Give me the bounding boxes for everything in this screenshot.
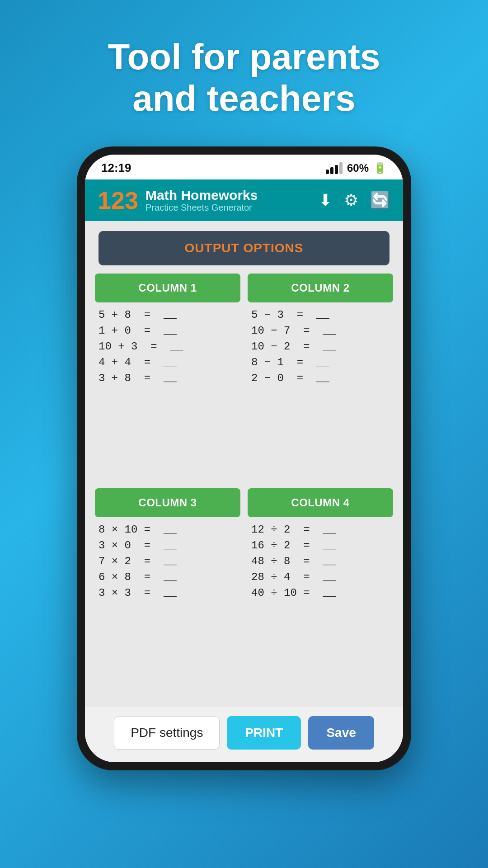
- equation-text: 7 × 2 = __: [99, 555, 177, 567]
- equation-row: 5 − 3 = __: [251, 309, 389, 321]
- column-equations-col3: 8 × 10 = __3 × 0 = __7 × 2 = __6 × 8 = _…: [95, 524, 240, 599]
- equation-row: 12 ÷ 2 = __: [251, 524, 389, 536]
- app-logo-number: 123: [98, 188, 138, 212]
- signal-icon: [326, 162, 343, 174]
- equation-row: 5 + 8 = __: [99, 309, 237, 321]
- status-time: 12:19: [101, 161, 131, 175]
- column-section-col2: COLUMN 25 − 3 = __10 − 7 = __10 − 2 = __…: [248, 274, 393, 477]
- app-logo-text-area: Math Homeworks Practice Sheets Generator: [145, 188, 258, 213]
- app-header: 123 Math Homeworks Practice Sheets Gener…: [85, 179, 403, 221]
- equation-text: 8 − 1 = __: [251, 356, 329, 368]
- settings-icon[interactable]: ⚙: [344, 191, 358, 210]
- print-button[interactable]: PRINT: [227, 716, 301, 750]
- column-section-col3: COLUMN 38 × 10 = __3 × 0 = __7 × 2 = __6…: [95, 488, 240, 692]
- app-title: Math Homeworks: [145, 188, 258, 203]
- download-icon[interactable]: ⬇: [319, 191, 332, 210]
- bottom-bar: PDF settings PRINT Save: [85, 707, 403, 762]
- equation-text: 8 × 10 = __: [99, 524, 177, 536]
- equation-text: 1 + 0 = __: [99, 325, 177, 337]
- equation-row: 4 + 4 = __: [99, 356, 237, 368]
- battery-icon: 🔋: [373, 162, 387, 175]
- equation-row: 3 + 8 = __: [99, 372, 237, 384]
- equation-text: 10 + 3 = __: [99, 340, 183, 353]
- equation-row: 3 × 0 = __: [99, 539, 237, 552]
- equation-row: 28 ÷ 4 = __: [251, 571, 389, 583]
- equation-text: 16 ÷ 2 = __: [251, 539, 336, 552]
- output-options-label: OUTPUT OPTIONS: [185, 241, 304, 255]
- equation-text: 40 ÷ 10 = __: [251, 587, 336, 599]
- column-equations-col2: 5 − 3 = __10 − 7 = __10 − 2 = __8 − 1 = …: [248, 309, 393, 384]
- hero-text: Tool for parents and teachers: [81, 36, 408, 119]
- column-equations-col1: 5 + 8 = __1 + 0 = __10 + 3 = __4 + 4 = _…: [95, 309, 240, 384]
- equation-text: 12 ÷ 2 = __: [251, 524, 336, 536]
- equation-text: 3 + 8 = __: [99, 372, 177, 384]
- equation-text: 4 + 4 = __: [99, 356, 177, 368]
- phone-screen: 12:19 60% 🔋 123 Math Homeworks Practice …: [85, 155, 403, 762]
- equation-row: 40 ÷ 10 = __: [251, 587, 389, 599]
- status-bar: 12:19 60% 🔋: [85, 155, 403, 179]
- equation-text: 3 × 3 = __: [99, 587, 177, 599]
- app-subtitle: Practice Sheets Generator: [145, 203, 258, 213]
- equation-row: 8 − 1 = __: [251, 356, 389, 368]
- output-options-banner: OUTPUT OPTIONS: [99, 231, 389, 265]
- pdf-settings-button[interactable]: PDF settings: [114, 716, 220, 750]
- equation-text: 2 − 0 = __: [251, 372, 329, 384]
- column-header-col3[interactable]: COLUMN 3: [95, 488, 240, 517]
- equation-text: 5 − 3 = __: [251, 309, 329, 321]
- column-section-col4: COLUMN 412 ÷ 2 = __16 ÷ 2 = __48 ÷ 8 = _…: [248, 488, 393, 692]
- equation-text: 28 ÷ 4 = __: [251, 571, 336, 583]
- column-section-col1: COLUMN 15 + 8 = __1 + 0 = __10 + 3 = __4…: [95, 274, 240, 477]
- equation-text: 48 ÷ 8 = __: [251, 555, 336, 567]
- status-right: 60% 🔋: [326, 162, 387, 175]
- save-button[interactable]: Save: [308, 716, 374, 750]
- equation-text: 6 × 8 = __: [99, 571, 177, 583]
- column-header-col1[interactable]: COLUMN 1: [95, 274, 240, 302]
- equation-row: 48 ÷ 8 = __: [251, 555, 389, 567]
- equation-row: 8 × 10 = __: [99, 524, 237, 536]
- equation-row: 16 ÷ 2 = __: [251, 539, 389, 552]
- equation-row: 7 × 2 = __: [99, 555, 237, 567]
- equation-row: 10 − 2 = __: [251, 340, 389, 353]
- column-equations-col4: 12 ÷ 2 = __16 ÷ 2 = __48 ÷ 8 = __28 ÷ 4 …: [248, 524, 393, 599]
- hero-line2: and teachers: [108, 78, 380, 119]
- battery-level: 60%: [347, 162, 369, 175]
- equation-row: 10 + 3 = __: [99, 340, 237, 353]
- equation-row: 10 − 7 = __: [251, 325, 389, 337]
- equation-row: 6 × 8 = __: [99, 571, 237, 583]
- equation-text: 10 − 7 = __: [251, 325, 336, 337]
- equation-row: 2 − 0 = __: [251, 372, 389, 384]
- hero-line1: Tool for parents: [108, 36, 380, 78]
- equation-text: 10 − 2 = __: [251, 340, 336, 353]
- equation-text: 5 + 8 = __: [99, 309, 177, 321]
- equation-row: 3 × 3 = __: [99, 587, 237, 599]
- main-content: OUTPUT OPTIONS COLUMN 15 + 8 = __1 + 0 =…: [85, 221, 403, 707]
- header-icons: ⬇ ⚙ 🔄: [319, 191, 390, 210]
- column-header-col2[interactable]: COLUMN 2: [248, 274, 393, 302]
- refresh-icon[interactable]: 🔄: [370, 191, 390, 210]
- columns-grid: COLUMN 15 + 8 = __1 + 0 = __10 + 3 = __4…: [85, 274, 403, 703]
- phone-mockup: 12:19 60% 🔋 123 Math Homeworks Practice …: [77, 146, 411, 770]
- equation-row: 1 + 0 = __: [99, 325, 237, 337]
- equation-text: 3 × 0 = __: [99, 539, 177, 552]
- column-header-col4[interactable]: COLUMN 4: [248, 488, 393, 517]
